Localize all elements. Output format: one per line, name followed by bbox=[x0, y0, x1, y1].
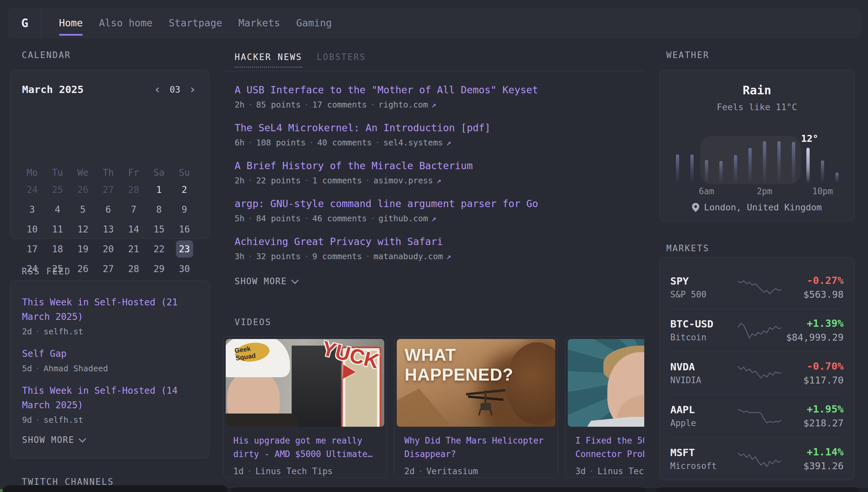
market-symbol: SPY bbox=[670, 275, 738, 287]
nav-tab-markets[interactable]: Markets bbox=[238, 8, 280, 37]
news-item-title[interactable]: argp: GNU-style command line argument pa… bbox=[235, 198, 643, 210]
rss-item-meta: 2d·selfh.st bbox=[22, 327, 198, 337]
news-item-domain[interactable]: asimov.press bbox=[373, 176, 433, 185]
market-price: $84,999.29 bbox=[781, 332, 844, 343]
video-card[interactable]: DOTHTI Fixed the 50 Series Power Connect… bbox=[565, 336, 644, 477]
weather-location: London, United Kingdom bbox=[704, 202, 822, 212]
calendar-day[interactable]: 9 bbox=[172, 199, 197, 219]
selected-day[interactable]: 23 bbox=[176, 240, 193, 257]
weather-x-label: 6am bbox=[690, 186, 723, 196]
video-title[interactable]: His upgrade got me really dirty - AMD $5… bbox=[233, 434, 377, 462]
video-title[interactable]: Why Did The Mars Helicopter Disappear? bbox=[404, 434, 548, 462]
calendar-day[interactable]: 30 bbox=[172, 259, 197, 279]
news-show-more-button[interactable]: SHOW MORE bbox=[235, 276, 297, 286]
helicopter-part bbox=[490, 409, 493, 416]
news-item-meta: 5h·84 points·46 comments·github.com↗ bbox=[235, 214, 643, 224]
nav-tab-gaming[interactable]: Gaming bbox=[296, 8, 332, 37]
nav-tab-startpage[interactable]: Startpage bbox=[169, 8, 222, 37]
calendar-grid: MoTuWeThFrSaSu24252627281234567891011121… bbox=[20, 165, 197, 298]
meta-separator-dot: · bbox=[301, 176, 312, 185]
weather-bar bbox=[734, 155, 737, 183]
rss-list: This Week in Self-Hosted (21 March 2025)… bbox=[22, 295, 198, 425]
calendar-day[interactable]: 28 bbox=[121, 259, 146, 279]
calendar-header: March 2025 ‹ 03 › bbox=[22, 83, 196, 95]
rss-show-more-button[interactable]: SHOW MORE bbox=[22, 435, 198, 445]
chevron-down-icon bbox=[291, 277, 299, 284]
calendar-day[interactable]: 3 bbox=[20, 199, 45, 219]
video-age: 1d bbox=[233, 466, 243, 476]
nav-tabs: HomeAlso homeStartpageMarketsGaming bbox=[41, 8, 332, 37]
video-title[interactable]: I Fixed the 50 Series Power Connector Pr… bbox=[575, 434, 644, 462]
market-row[interactable]: NVDANVIDIA-0.70%$117.70 bbox=[670, 351, 844, 394]
calendar-day[interactable]: 27 bbox=[96, 180, 121, 199]
calendar-day[interactable]: 4 bbox=[45, 199, 70, 219]
video-card[interactable]: Geek SquadYUCKHis upgrade got me really … bbox=[223, 336, 387, 477]
calendar-day[interactable]: 7 bbox=[121, 199, 146, 219]
news-item-meta: 3h·32 points·9 comments·matanabudy.com↗ bbox=[235, 252, 643, 262]
video-card[interactable]: WHAT HAPPENED?Why Did The Mars Helicopte… bbox=[394, 336, 558, 477]
calendar-day[interactable]: 17 bbox=[20, 239, 45, 259]
prev-month-icon[interactable]: ‹ bbox=[154, 83, 161, 95]
calendar-day[interactable]: 1 bbox=[146, 180, 172, 199]
calendar-day[interactable]: 10 bbox=[20, 219, 45, 239]
market-sparkline bbox=[738, 319, 781, 342]
news-item-points: 22 points bbox=[256, 176, 300, 185]
calendar-day[interactable]: 15 bbox=[146, 219, 172, 239]
calendar-day[interactable]: 21 bbox=[121, 239, 146, 259]
calendar-day[interactable]: 2 bbox=[172, 180, 197, 199]
calendar-day[interactable]: 16 bbox=[172, 219, 197, 239]
calendar-day[interactable]: 20 bbox=[96, 239, 121, 259]
news-item-age: 3h bbox=[235, 252, 244, 261]
news-item: The SeL4 Microkernel: An Introduction [p… bbox=[235, 122, 643, 148]
app-logo[interactable]: G bbox=[8, 8, 41, 37]
calendar-day[interactable]: 18 bbox=[45, 239, 70, 259]
calendar-day[interactable]: 26 bbox=[70, 180, 96, 199]
market-row[interactable]: MSFTMicrosoft+1.14%$391.26 bbox=[670, 437, 844, 480]
news-item-title[interactable]: A Brief History of the Miracle Bacterium bbox=[235, 160, 643, 171]
rss-item-title[interactable]: This Week in Self-Hosted (21 March 2025) bbox=[22, 295, 198, 324]
video-thumbnail[interactable]: DOTHT bbox=[568, 339, 644, 427]
news-item-domain[interactable]: github.com bbox=[378, 214, 428, 223]
weather-x-label: 10pm bbox=[806, 186, 839, 196]
calendar-day[interactable]: 8 bbox=[146, 199, 172, 219]
month-number-badge: 03 bbox=[170, 84, 181, 95]
calendar-day[interactable]: 24 bbox=[20, 180, 45, 199]
news-item-title[interactable]: Achieving Great Privacy with Safari bbox=[235, 236, 643, 247]
next-month-icon[interactable]: › bbox=[189, 83, 196, 95]
calendar-day[interactable]: 19 bbox=[70, 239, 96, 259]
calendar-day[interactable]: 25 bbox=[45, 180, 70, 199]
calendar-day[interactable]: 5 bbox=[70, 199, 96, 219]
meta-separator-dot: · bbox=[244, 100, 256, 109]
rss-item-title[interactable]: This Week in Self-Hosted (14 March 2025) bbox=[22, 384, 198, 413]
market-row[interactable]: BTC-USDBitcoin+1.39%$84,999.29 bbox=[670, 309, 844, 351]
tab-hacker-news[interactable]: HACKER NEWS bbox=[235, 52, 302, 68]
calendar-day[interactable]: 12 bbox=[70, 219, 96, 239]
calendar-day[interactable]: 14 bbox=[121, 219, 146, 239]
calendar-day[interactable]: 22 bbox=[146, 239, 172, 259]
market-row[interactable]: SPYS&P 500-0.27%$563.98 bbox=[670, 266, 844, 309]
video-thumbnail[interactable]: Geek SquadYUCK bbox=[226, 339, 384, 427]
news-item-title[interactable]: A USB Interface to the "Mother of All De… bbox=[235, 84, 643, 96]
market-price: $391.26 bbox=[781, 460, 844, 471]
calendar-day[interactable]: 27 bbox=[96, 259, 121, 279]
news-item-domain[interactable]: matanabudy.com bbox=[373, 252, 443, 261]
rss-item-title[interactable]: Self Gap bbox=[22, 347, 198, 361]
nav-tab-home[interactable]: Home bbox=[59, 8, 83, 37]
news-item-domain[interactable]: sel4.systems bbox=[383, 138, 443, 147]
calendar-day[interactable]: 23 bbox=[172, 239, 197, 259]
video-thumbnail[interactable]: WHAT HAPPENED? bbox=[397, 339, 555, 427]
market-sparkline bbox=[738, 276, 781, 299]
market-symbol: NVDA bbox=[670, 361, 738, 372]
calendar-day[interactable]: 13 bbox=[96, 219, 121, 239]
calendar-day[interactable]: 28 bbox=[121, 180, 146, 199]
calendar-day[interactable]: 11 bbox=[45, 219, 70, 239]
calendar-day[interactable]: 29 bbox=[146, 259, 172, 279]
tab-lobsters[interactable]: LOBSTERS bbox=[317, 52, 366, 68]
market-row[interactable]: AAPLApple+1.95%$218.27 bbox=[670, 394, 844, 437]
news-item-title[interactable]: The SeL4 Microkernel: An Introduction [p… bbox=[235, 122, 643, 133]
calendar-day[interactable]: 6 bbox=[96, 199, 121, 219]
news-item-domain[interactable]: righto.com bbox=[378, 100, 428, 109]
nav-tab-also-home[interactable]: Also home bbox=[99, 8, 153, 37]
meta-separator-dot: · bbox=[301, 100, 312, 109]
calendar-day[interactable]: 26 bbox=[70, 259, 96, 279]
